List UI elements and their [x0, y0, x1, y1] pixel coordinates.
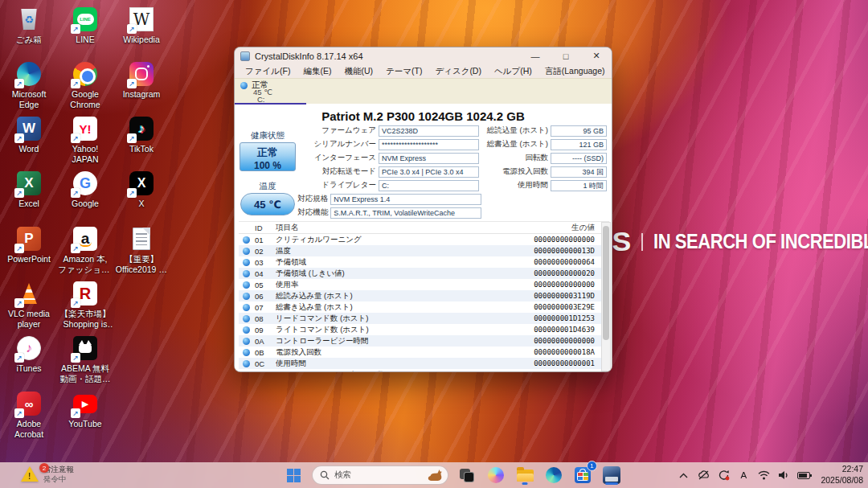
desktop-icon-word[interactable]: W↗ Word — [2, 116, 56, 154]
smart-attribute-name: 総読み込み量 (ホスト) — [276, 291, 534, 301]
desktop-icon-wikipedia[interactable]: W↗ Wikipedia — [114, 6, 169, 45]
info-value: C: — [379, 180, 479, 191]
desktop-icon-google[interactable]: G↗ Google — [58, 170, 113, 209]
smart-row[interactable]: 0C使用時間00000000000001 — [239, 358, 609, 369]
smart-status-dot-icon — [243, 349, 250, 356]
drive-selector-bar: 正常 45 ℃ C: — [235, 78, 612, 104]
volume-icon[interactable] — [777, 469, 790, 482]
info-label: ファームウェア — [239, 125, 379, 136]
maximize-button[interactable]: □ — [551, 47, 581, 64]
desktop-icon-vlc[interactable]: ↗ VLC media player — [2, 281, 56, 329]
desktop-icon-powerpoint[interactable]: P↗ PowerPoint — [2, 226, 56, 265]
desktop-icon-x[interactable]: X↗ X — [114, 170, 169, 209]
file-explorer-button[interactable] — [514, 465, 535, 486]
smart-id: 02 — [255, 247, 276, 256]
crystaldiskinfo-taskbar-button[interactable] — [601, 465, 622, 486]
weather-alert-widget[interactable]: !2 雷注意報 発令中 — [21, 465, 74, 484]
menu-language[interactable]: 言語(Language) — [538, 66, 612, 77]
desktop-icon-office-key[interactable]: 【重要】Office2019 プロダクトキー — [114, 226, 169, 274]
onedrive-paused-icon[interactable] — [697, 469, 710, 482]
smart-row[interactable]: 0Dアンセーフシャットダウン回数00000000000002 — [239, 369, 609, 372]
smart-row[interactable]: 07総書き込み量 (ホスト)0000000003E29E — [239, 301, 609, 313]
amazon-icon: a↗ — [72, 226, 98, 252]
smart-attribute-name: クリティカルワーニング — [276, 235, 534, 245]
smart-attribute-name: コントローラービジー時間 — [276, 336, 534, 347]
desktop-icon-recycle-bin[interactable]: ♻ ごみ箱 — [2, 6, 56, 45]
menu-theme[interactable]: テーマ(T) — [379, 66, 428, 77]
smart-row[interactable]: 0B電源投入回数0000000000018A — [239, 347, 609, 358]
smart-row[interactable]: 01クリティカルワーニング00000000000000 — [239, 234, 609, 245]
desktop-icon-acrobat[interactable]: ∞↗ Adobe Acrobat — [2, 391, 56, 439]
edge-taskbar-button[interactable] — [543, 465, 564, 486]
tray-overflow-chevron[interactable] — [677, 469, 690, 482]
document-icon — [129, 226, 154, 252]
desktop-icon-itunes[interactable]: ♪↗ iTunes — [2, 335, 56, 374]
shortcut-arrow-icon: ↗ — [14, 244, 24, 253]
store-notification-badge: 1 — [587, 461, 597, 471]
menu-disk[interactable]: ディスク(D) — [428, 66, 488, 77]
info-row: インターフェースNVM Express — [239, 151, 481, 165]
info-value: 95 GB — [551, 125, 607, 137]
drive-status-dot-icon — [240, 82, 248, 89]
desktop-icon-line[interactable]: LINE↗ LINE — [58, 6, 113, 45]
smart-row[interactable]: 08リードコマンド数 (ホスト)000000001D1253 — [239, 313, 609, 324]
asus-logo-partial: S — [612, 226, 631, 257]
desktop-icon-youtube[interactable]: ▶↗ YouTube — [58, 391, 113, 429]
taskbar-clock[interactable]: 22:47 2025/08/08 — [821, 464, 863, 486]
desktop-icon-amazon[interactable]: a↗ Amazon 本, ファッション, 家電から食.. — [58, 226, 113, 274]
smart-table-body: 01クリティカルワーニング0000000000000002温度000000000… — [239, 234, 609, 372]
desktop-icon-abema[interactable]: ↗ ABEMA 無料動画・話題の作品が楽.. — [58, 335, 113, 383]
minimize-button[interactable]: — — [520, 47, 551, 64]
ime-mode-indicator[interactable]: A — [737, 469, 750, 482]
smart-row[interactable]: 0Aコントローラービジー時間00000000000000 — [239, 335, 609, 347]
tray-date: 2025/08/08 — [821, 475, 863, 486]
desktop-icon-instagram[interactable]: ↗ Instagram — [114, 61, 169, 100]
microsoft-store-button[interactable]: 1 — [572, 465, 593, 486]
desktop-icon-tiktok[interactable]: ♪↗ TikTok — [114, 116, 169, 154]
smart-status-dot-icon — [243, 360, 250, 367]
start-button[interactable] — [283, 465, 304, 486]
info-label: 対応規格 — [239, 194, 330, 204]
smart-id: 03 — [255, 258, 276, 267]
smart-row[interactable]: 09ライトコマンド数 (ホスト)000000001D4639 — [239, 324, 609, 335]
disk-title: Patriot M.2 P300 1024GB 1024.2 GB — [235, 109, 612, 123]
info-right: 総読込量 (ホスト)95 GB総書込量 (ホスト)121 GB回転数---- (… — [483, 124, 608, 192]
menu-file[interactable]: ファイル(F) — [239, 66, 297, 77]
smart-row[interactable]: 03予備領域00000000000064 — [239, 256, 609, 268]
scrollbar-thumb[interactable] — [603, 226, 609, 340]
smart-row[interactable]: 06総読み込み量 (ホスト)0000000003119D — [239, 290, 609, 301]
menu-function[interactable]: 機能(U) — [338, 66, 379, 77]
info-value: 121 GB — [551, 139, 607, 150]
desktop-icon-chrome[interactable]: ↗ Google Chrome — [58, 61, 113, 109]
drive-tab-c[interactable]: 正常 45 ℃ C: — [235, 79, 306, 105]
search-input[interactable]: 検索 — [312, 465, 448, 485]
close-button[interactable]: ✕ — [581, 47, 612, 64]
smart-scrollbar[interactable] — [601, 222, 611, 371]
menu-help[interactable]: ヘルプ(H) — [488, 66, 538, 77]
info-row: シリアルナンバー******************** — [239, 137, 481, 151]
desktop-icon-yahoo-japan[interactable]: Y!↗ Yahoo! JAPAN — [58, 116, 113, 164]
desktop-icon-excel[interactable]: X↗ Excel — [2, 170, 56, 209]
info-label: 総書込量 (ホスト) — [483, 139, 551, 150]
task-view-button[interactable] — [457, 465, 477, 486]
smart-row[interactable]: 05使用率00000000000000 — [239, 279, 609, 290]
sync-alert-icon[interactable] — [717, 469, 730, 482]
smart-raw-value: 00000000000002 — [534, 371, 595, 372]
smart-row[interactable]: 04予備領域 (しきい値)00000000000020 — [239, 268, 609, 279]
wifi-icon[interactable] — [757, 469, 770, 482]
smart-status-dot-icon — [243, 259, 250, 266]
smart-raw-value: 00000000000000 — [534, 337, 595, 345]
smart-id: 04 — [255, 269, 276, 278]
smart-id: 06 — [255, 292, 276, 301]
window-titlebar[interactable]: CrystalDiskInfo 8.17.14 x64 — □ ✕ — [235, 47, 612, 64]
menu-edit[interactable]: 編集(E) — [297, 66, 338, 77]
rakuten-icon: R↗ — [72, 281, 98, 306]
search-placeholder: 検索 — [334, 470, 423, 481]
info-row: 使用時間1 時間 — [483, 178, 608, 192]
copilot-button[interactable] — [485, 465, 506, 486]
info-value: 394 回 — [551, 166, 607, 178]
desktop-icon-edge[interactable]: ↗ Microsoft Edge — [2, 61, 56, 109]
smart-row[interactable]: 02温度0000000000013D — [239, 245, 609, 256]
battery-icon[interactable] — [797, 469, 810, 482]
desktop-icon-rakuten[interactable]: R↗ 【楽天市場】Shopping is Ente... — [58, 281, 113, 329]
